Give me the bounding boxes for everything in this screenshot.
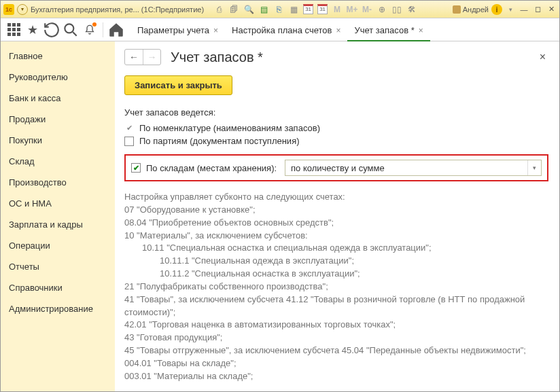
panels-icon[interactable]: ▯▯: [391, 4, 402, 15]
app-menu-dropdown[interactable]: ▾: [17, 4, 28, 15]
tab-label: Учет запасов *: [354, 25, 414, 35]
memory-mplus-icon[interactable]: M+: [347, 4, 357, 15]
sidebar-item-9[interactable]: Операции: [1, 235, 115, 256]
option-by-warehouse-label: По складам (местам хранения):: [146, 163, 277, 173]
save-and-close-button[interactable]: Записать и закрыть: [124, 75, 232, 95]
print-icon[interactable]: ⎙: [213, 4, 224, 15]
apps-grid-icon: [7, 23, 20, 36]
account-line: 45 "Товары отгруженные", за исключением …: [124, 344, 548, 357]
minimize-button[interactable]: —: [519, 5, 529, 14]
app-logo: 1c: [3, 4, 14, 15]
checkmark-fixed-icon: ✔: [124, 124, 134, 133]
tab-2[interactable]: Учет запасов *×: [347, 21, 430, 41]
calendar-icon[interactable]: 31: [303, 4, 313, 14]
sidebar-item-5[interactable]: Склад: [1, 151, 115, 172]
titlebar-tool-icons: ⎙ 🗐 🔍 ▤ ⎘ ▦ 31 31 M M+ M- ⊕ ▯▯ 🛠: [213, 4, 417, 15]
svg-point-0: [65, 24, 73, 33]
toolbar-divider: [103, 22, 103, 37]
tabs-bar: Параметры учета×Настройка плана счетов×У…: [130, 18, 430, 41]
sidebar: ГлавноеРуководителюБанк и кассаПродажиПо…: [1, 41, 115, 392]
account-line: 10.11.2 "Специальная оснастка в эксплуат…: [124, 268, 548, 281]
checkbox-checked[interactable]: ✔: [131, 163, 141, 173]
sidebar-item-8[interactable]: Зарплата и кадры: [1, 214, 115, 235]
calendar-alt-icon[interactable]: 31: [317, 4, 328, 14]
tab-close-icon[interactable]: ×: [336, 26, 340, 35]
options-lead: Учет запасов ведется:: [124, 107, 548, 118]
memory-m-icon[interactable]: M: [332, 4, 343, 15]
page-title: Учет запасов *: [171, 50, 527, 65]
sidebar-item-1[interactable]: Руководителю: [1, 67, 115, 88]
option-by-nomenclature-label: По номенклатуре (наименованиям запасов): [139, 123, 320, 133]
nav-back-button[interactable]: ←: [125, 50, 143, 65]
tools-icon[interactable]: 🛠: [406, 4, 417, 15]
account-line: 10 "Материалы", за исключением субсчетов…: [124, 230, 548, 243]
apps-grid-button[interactable]: [5, 21, 22, 39]
toolbar: ★ Параметры учета×Настройка плана счетов…: [1, 18, 559, 41]
description-block: Настройка управляет субконто на следующи…: [124, 191, 548, 383]
history-icon: [43, 21, 60, 39]
nav-buttons: ← →: [124, 49, 161, 65]
grid-view-icon[interactable]: ▦: [288, 4, 299, 15]
memory-mminus-icon[interactable]: M-: [362, 4, 372, 15]
option-by-batch-label: По партиям (документам поступления): [139, 136, 300, 146]
user-indicator[interactable]: Андрей: [453, 5, 489, 14]
account-line: 43 "Готовая продукция";: [124, 332, 548, 344]
account-line: 21 "Полуфабрикаты собственного производс…: [124, 281, 548, 293]
option-by-warehouse[interactable]: ✔ По складам (местам хранения):: [131, 162, 277, 175]
account-line: 08.04 "Приобретение объектов основных ср…: [124, 217, 548, 230]
search-button[interactable]: [62, 21, 80, 39]
content-header: ← → Учет запасов * ×: [124, 48, 548, 66]
sidebar-item-3[interactable]: Продажи: [1, 109, 115, 130]
option-by-batch[interactable]: По партиям (документам поступления): [124, 135, 548, 147]
account-line: 004.01 "Товары на складе";: [124, 357, 548, 370]
maximize-button[interactable]: ◻: [532, 5, 543, 14]
account-line: 10.11 "Специальная оснастка и специальна…: [124, 242, 548, 255]
sidebar-item-7[interactable]: ОС и НМА: [1, 193, 115, 214]
sidebar-item-11[interactable]: Справочники: [1, 277, 115, 298]
home-icon: [107, 21, 125, 39]
sidebar-item-6[interactable]: Производство: [1, 172, 115, 193]
zoom-icon[interactable]: ⊕: [377, 4, 387, 15]
favorites-button[interactable]: ★: [24, 21, 41, 39]
tab-close-icon[interactable]: ×: [419, 26, 423, 35]
notifications-button[interactable]: [81, 21, 99, 39]
sidebar-item-12[interactable]: Администрирование: [1, 298, 115, 319]
account-line: 42.01 "Торговая наценка в автоматизирова…: [124, 319, 548, 332]
info-dropdown-icon[interactable]: ▾: [505, 4, 516, 15]
sidebar-item-0[interactable]: Главное: [1, 46, 115, 67]
sidebar-item-4[interactable]: Покупки: [1, 130, 115, 151]
account-line: 003.01 "Материалы на складе";: [124, 370, 548, 383]
tab-1[interactable]: Настройка плана счетов×: [225, 21, 347, 41]
main-area: ГлавноеРуководителюБанк и кассаПродажиПо…: [1, 41, 559, 392]
tab-label: Параметры учета: [137, 25, 209, 35]
warehouse-mode-select[interactable]: по количеству и сумме ▾: [285, 160, 542, 176]
tab-0[interactable]: Параметры учета×: [130, 21, 225, 41]
tab-label: Настройка плана счетов: [232, 25, 332, 35]
print-preview-icon[interactable]: 🗐: [228, 4, 239, 15]
highlighted-option-row: ✔ По складам (местам хранения): по колич…: [124, 154, 548, 181]
user-name: Андрей: [463, 5, 489, 14]
account-line: 10.11.1 "Специальная одежда в эксплуатац…: [124, 255, 548, 268]
tab-close-icon[interactable]: ×: [213, 26, 218, 35]
user-icon: [453, 5, 461, 14]
history-button[interactable]: [43, 21, 60, 39]
titlebar: 1c ▾ Бухгалтерия предприятия, ре... (1С:…: [1, 1, 559, 18]
sidebar-item-10[interactable]: Отчеты: [1, 256, 115, 277]
close-window-button[interactable]: ✕: [546, 5, 557, 14]
account-line: 07 "Оборудование к установке";: [124, 204, 548, 217]
home-button[interactable]: [107, 21, 125, 39]
window-title: Бухгалтерия предприятия, ре... (1С:Предп…: [31, 5, 204, 14]
link-icon[interactable]: ⎘: [273, 4, 284, 15]
nav-forward-button[interactable]: →: [143, 50, 160, 65]
info-icon[interactable]: i: [491, 4, 502, 15]
close-page-button[interactable]: ×: [537, 48, 548, 66]
content-pane: ← → Учет запасов * × Записать и закрыть …: [115, 41, 559, 392]
checkbox-unchecked[interactable]: [124, 137, 134, 146]
accounts-list: 07 "Оборудование к установке";08.04 "При…: [124, 204, 548, 383]
option-by-nomenclature: ✔ По номенклатуре (наименованиям запасов…: [124, 122, 548, 135]
dropdown-icon[interactable]: ▾: [527, 160, 541, 175]
sidebar-item-2[interactable]: Банк и касса: [1, 88, 115, 109]
warehouse-mode-value: по количеству и сумме: [285, 163, 527, 173]
search-doc-icon[interactable]: 🔍: [243, 4, 254, 15]
calculator-icon[interactable]: ▤: [258, 4, 269, 15]
